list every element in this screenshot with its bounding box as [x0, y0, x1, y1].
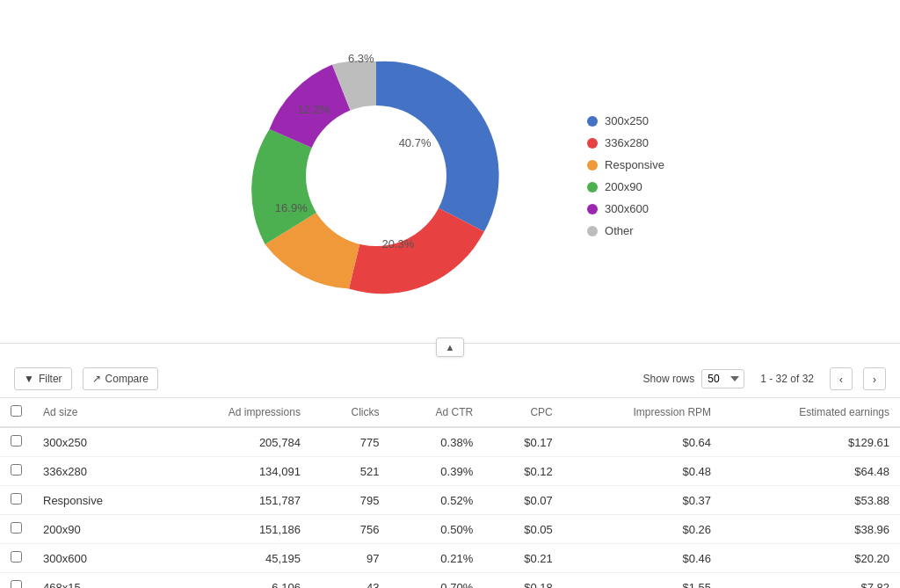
toolbar: ▼ Filter ↗ Compare Show rows 10 25 50 10… [0, 360, 900, 398]
show-rows-area: Show rows 10 25 50 100 [643, 369, 745, 388]
cell-clicks: 521 [311, 457, 390, 486]
header-impressions: Ad impressions [162, 398, 311, 427]
cell-impressions: 151,787 [162, 486, 311, 515]
cell-impressions: 134,091 [162, 457, 311, 486]
legend-label-200x90: 200x90 [605, 180, 642, 193]
show-rows-label: Show rows [643, 373, 695, 385]
row-checkbox-cell [0, 486, 33, 515]
cell-ad-size: Responsive [33, 486, 162, 515]
legend-item-responsive: Responsive [587, 158, 664, 171]
data-table: Ad size Ad impressions Clicks Ad CTR CPC… [0, 398, 900, 588]
page-wrapper: 40.7% 20.3% 16.9% 12.2% 6.3% 300x250 336… [0, 0, 900, 588]
table-body: 300x250 205,784 775 0.38% $0.17 $0.64 $1… [0, 427, 900, 588]
cell-clicks: 43 [311, 573, 390, 589]
cell-cpc: $0.05 [483, 515, 563, 544]
row-checkbox-cell [0, 457, 33, 486]
row-checkbox-0[interactable] [11, 435, 22, 446]
cell-earnings: $129.61 [722, 427, 900, 457]
table-row: Responsive 151,787 795 0.52% $0.07 $0.37… [0, 486, 900, 515]
cell-cpc: $0.17 [483, 427, 563, 457]
cell-rpm: $0.37 [563, 486, 722, 515]
cell-rpm: $0.64 [563, 427, 722, 457]
chart-legend: 300x250 336x280 Responsive 200x90 300x60… [587, 114, 664, 237]
legend-label-300x250: 300x250 [605, 114, 649, 127]
row-checkbox-4[interactable] [11, 551, 22, 563]
cell-rpm: $0.26 [563, 515, 722, 544]
header-rpm: Impression RPM [563, 398, 722, 427]
cell-impressions: 45,195 [162, 544, 311, 573]
legend-item-336x280: 336x280 [587, 136, 664, 149]
cell-ctr: 0.50% [390, 515, 484, 544]
cell-rpm: $1.55 [563, 573, 722, 589]
legend-item-other: Other [587, 224, 664, 237]
header-clicks: Clicks [311, 398, 390, 427]
header-ad-size: Ad size [33, 398, 162, 427]
prev-page-button[interactable]: ‹ [830, 367, 853, 390]
legend-dot-300x600 [587, 204, 598, 214]
legend-item-300x600: 300x600 [587, 202, 664, 215]
legend-dot-responsive [587, 160, 598, 171]
cell-earnings: $7.82 [722, 573, 900, 589]
cell-rpm: $0.48 [563, 457, 722, 486]
cell-cpc: $0.18 [483, 573, 563, 589]
table-row: 300x250 205,784 775 0.38% $0.17 $0.64 $1… [0, 427, 900, 457]
header-cpc: CPC [483, 398, 563, 427]
divider-row: ▲ [0, 343, 900, 360]
cell-earnings: $53.88 [722, 486, 900, 515]
cell-ad-size: 300x600 [33, 544, 162, 573]
table-row: 300x600 45,195 97 0.21% $0.21 $0.46 $20.… [0, 544, 900, 573]
row-checkbox-cell [0, 515, 33, 544]
cell-clicks: 756 [311, 515, 390, 544]
cell-clicks: 97 [311, 544, 390, 573]
row-checkbox-5[interactable] [11, 580, 22, 588]
legend-label-300x600: 300x600 [605, 202, 649, 215]
cell-ad-size: 468x15 [33, 573, 162, 589]
table-header-row: Ad size Ad impressions Clicks Ad CTR CPC… [0, 398, 900, 427]
row-checkbox-3[interactable] [11, 522, 22, 534]
cell-clicks: 795 [311, 486, 390, 515]
row-checkbox-cell [0, 544, 33, 573]
cell-cpc: $0.07 [483, 486, 563, 515]
compare-icon: ↗ [92, 373, 101, 385]
cell-earnings: $20.20 [722, 544, 900, 573]
legend-dot-300x250 [587, 116, 598, 127]
legend-dot-336x280 [587, 138, 598, 149]
cell-cpc: $0.21 [483, 544, 563, 573]
legend-item-200x90: 200x90 [587, 180, 664, 193]
chart-section: 40.7% 20.3% 16.9% 12.2% 6.3% 300x250 336… [0, 0, 900, 343]
legend-item-300x250: 300x250 [587, 114, 664, 127]
filter-button[interactable]: ▼ Filter [14, 367, 72, 390]
donut-hole [306, 105, 446, 246]
legend-dot-other [587, 226, 598, 236]
cell-rpm: $0.46 [563, 544, 722, 573]
cell-ctr: 0.70% [390, 573, 484, 589]
row-checkbox-2[interactable] [11, 493, 22, 505]
legend-dot-200x90 [587, 182, 598, 192]
header-earnings: Estimated earnings [722, 398, 900, 427]
cell-ctr: 0.38% [390, 427, 484, 457]
donut-svg [236, 35, 517, 316]
table-row: 468x15 6,106 43 0.70% $0.18 $1.55 $7.82 [0, 573, 900, 589]
select-all-checkbox[interactable] [11, 405, 22, 417]
pagination-info: 1 - 32 of 32 [760, 373, 814, 385]
collapse-button[interactable]: ▲ [436, 338, 464, 357]
donut-chart: 40.7% 20.3% 16.9% 12.2% 6.3% [236, 35, 517, 316]
cell-impressions: 151,186 [162, 515, 311, 544]
cell-clicks: 775 [311, 427, 390, 457]
cell-ad-size: 200x90 [33, 515, 162, 544]
show-rows-select[interactable]: 10 25 50 100 [701, 369, 744, 388]
filter-icon: ▼ [24, 373, 34, 385]
cell-ctr: 0.39% [390, 457, 484, 486]
cell-ctr: 0.21% [390, 544, 484, 573]
cell-impressions: 6,106 [162, 573, 311, 589]
row-checkbox-1[interactable] [11, 464, 22, 475]
cell-earnings: $38.96 [722, 515, 900, 544]
header-ctr: Ad CTR [390, 398, 484, 427]
next-page-button[interactable]: › [863, 367, 886, 390]
cell-earnings: $64.48 [722, 457, 900, 486]
compare-label: Compare [105, 373, 149, 385]
cell-ad-size: 300x250 [33, 427, 162, 457]
legend-label-other: Other [605, 224, 634, 237]
header-checkbox-cell [0, 398, 33, 427]
compare-button[interactable]: ↗ Compare [83, 367, 158, 390]
